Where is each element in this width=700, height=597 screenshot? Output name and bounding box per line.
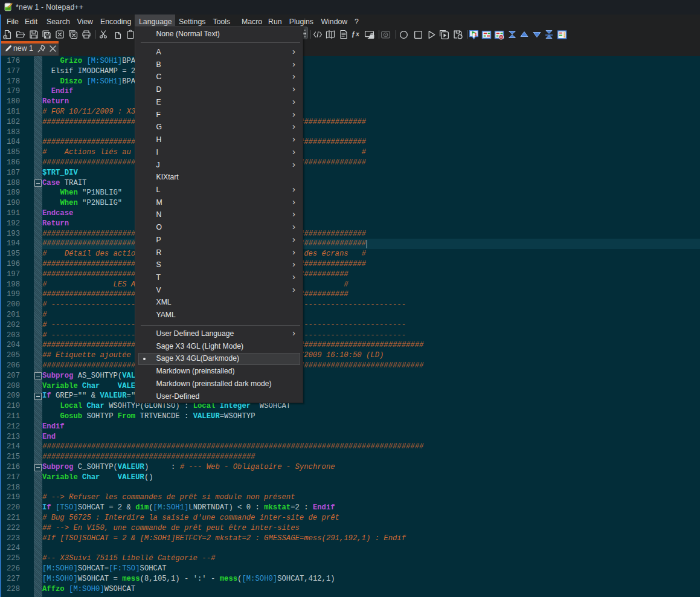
svg-text:1: 1 bbox=[474, 31, 477, 37]
